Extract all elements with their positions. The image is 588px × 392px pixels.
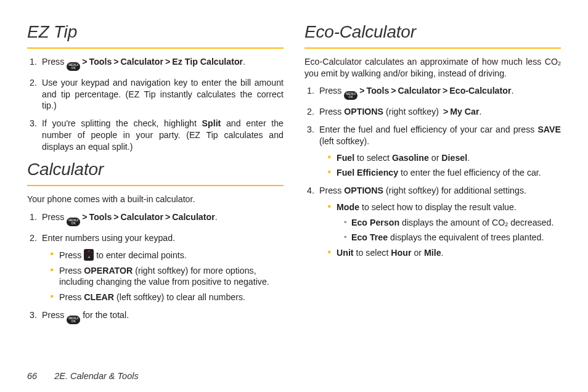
label-clear: CLEAR	[84, 292, 114, 302]
menu-ok-key-icon: MENU/OK	[67, 62, 80, 71]
step-number: 3.	[307, 124, 314, 136]
sub-list: Fuel to select Gasoline or Diesel. Fuel …	[319, 152, 561, 179]
heading-ez-tip: EZ Tip	[27, 21, 284, 44]
label-fuel: Fuel	[337, 153, 354, 163]
label-gasoline: Gasoline	[392, 153, 429, 163]
path-calculator-2: Calculator	[172, 212, 214, 222]
label-operator: OPERATOR	[84, 266, 133, 276]
chevron-right-icon: >	[165, 212, 170, 222]
step-number: 2.	[30, 232, 37, 244]
text: .	[243, 57, 245, 67]
text: Press	[319, 186, 344, 195]
path-ez-tip: Ez Tip Calculator	[172, 57, 243, 67]
chevron-right-icon: >	[82, 212, 87, 222]
text: to select how to display the result valu…	[359, 202, 517, 212]
list-item: Unit to select Hour or Mile.	[330, 247, 561, 259]
calculator-lead: Your phone comes with a built-in calcula…	[27, 194, 284, 205]
path-calculator: Calculator	[121, 212, 163, 222]
label-split: Split	[202, 118, 221, 128]
text: Press	[59, 266, 84, 276]
text: .	[215, 212, 218, 222]
list-item: 1. Press MENU/OK>Tools>Calculator>Eco-Ca…	[304, 85, 561, 100]
list-item: 2. Enter numbers using your keypad. Pres…	[27, 232, 284, 303]
text: Press	[319, 107, 344, 116]
label-eco-tree: Eco Tree	[351, 232, 388, 242]
eztip-steps: 1. Press MENU/OK>Tools>Calculator>Ez Tip…	[27, 56, 284, 152]
text: Press	[59, 292, 84, 302]
page-body: EZ Tip 1. Press MENU/OK>Tools>Calculator…	[0, 0, 588, 365]
sub-list: Mode to select how to display the result…	[319, 202, 561, 259]
step-number: 2.	[30, 77, 37, 89]
chevron-right-icon: >	[165, 57, 170, 67]
text: Press	[59, 250, 84, 260]
text: .	[480, 107, 482, 116]
menu-ok-key-icon: MENU/OK	[67, 316, 80, 324]
list-item: Press OPERATOR (right softkey) for more …	[53, 265, 284, 288]
list-item: 1. Press MENU/OK>Tools>Calculator>Ez Tip…	[27, 56, 284, 71]
text: you emit by walking and/or biking, inste…	[304, 68, 507, 78]
label-hour: Hour	[391, 248, 411, 258]
sub-list: Press to enter decimal points. Press OPE…	[42, 249, 284, 303]
label-mode: Mode	[337, 202, 359, 212]
text: (right softkey) for additional settings.	[383, 186, 526, 195]
label-save: SAVE	[537, 125, 561, 134]
text: to select	[354, 153, 392, 163]
list-item: Press to enter decimal points.	[53, 249, 284, 261]
chevron-right-icon: >	[82, 57, 87, 67]
heading-eco-calculator: Eco-Calculator	[304, 21, 561, 44]
step-number: 1.	[307, 85, 314, 97]
path-calculator: Calculator	[121, 57, 163, 67]
list-item: 3. If you're splitting the check, highli…	[27, 118, 284, 152]
text: (right softkey)	[383, 107, 441, 116]
text: .	[441, 248, 444, 258]
path-calculator: Calculator	[398, 86, 441, 96]
heading-rule	[27, 47, 284, 49]
eco-lead: Eco-Calculator calculates an approximate…	[304, 56, 561, 79]
eco-steps: 1. Press MENU/OK>Tools>Calculator>Eco-Ca…	[304, 85, 561, 258]
step-number: 2.	[307, 106, 314, 118]
chevron-right-icon: >	[113, 212, 118, 222]
text: for the total.	[80, 310, 129, 320]
text: displays the equivalent of trees planted…	[388, 232, 544, 242]
list-item: 1. Press MENU/OK>Tools>Calculator>Calcul…	[27, 211, 284, 226]
text: Press	[319, 86, 344, 96]
calculator-steps: 1. Press MENU/OK>Tools>Calculator>Calcul…	[27, 211, 284, 324]
text: If you're splitting the check, highlight	[42, 118, 202, 128]
list-item: Fuel Efficiency to enter the fuel effici…	[330, 167, 561, 179]
list-item: 2. Press OPTIONS (right softkey) >My Car…	[304, 106, 561, 118]
list-item: Fuel to select Gasoline or Diesel.	[330, 152, 561, 164]
text: Use your keypad and navigation key to en…	[42, 78, 284, 110]
heading-calculator: Calculator	[27, 158, 284, 181]
text: Enter numbers using your keypad.	[42, 233, 175, 243]
text: Press	[42, 212, 67, 222]
text: (left softkey).	[319, 136, 369, 146]
chevron-right-icon: >	[113, 57, 118, 67]
text: or	[429, 153, 442, 163]
left-column: EZ Tip 1. Press MENU/OK>Tools>Calculator…	[27, 21, 284, 355]
step-number: 3.	[30, 309, 37, 321]
text: to select	[354, 248, 391, 258]
label-options: OPTIONS	[344, 186, 383, 195]
chevron-right-icon: >	[359, 86, 364, 96]
label-mile: Mile	[424, 248, 441, 258]
step-number: 1.	[30, 56, 37, 68]
list-item: Eco Person displays the amount of CO2 de…	[345, 217, 561, 229]
text: Enter the fuel and fuel efficiency of yo…	[319, 125, 537, 134]
right-column: Eco-Calculator Eco-Calculator calculates…	[304, 21, 561, 355]
step-number: 4.	[307, 185, 314, 197]
label-unit: Unit	[337, 248, 354, 258]
label-eco-person: Eco Person	[351, 218, 399, 227]
text: displays the amount of CO	[399, 218, 505, 227]
page-footer: 66 2E. Calendar & Tools	[27, 371, 139, 381]
text: to enter the fuel efficiency of the car.	[398, 168, 541, 178]
label-options: OPTIONS	[344, 107, 383, 116]
list-item: Eco Tree displays the equivalent of tree…	[345, 232, 561, 243]
path-eco-calculator: Eco-Calculator	[449, 86, 511, 96]
text: or	[411, 248, 424, 258]
path-tools: Tools	[367, 86, 390, 96]
step-number: 1.	[30, 211, 37, 223]
list-item: 3. Press MENU/OK for the total.	[27, 309, 284, 324]
text: to enter decimal points.	[94, 250, 187, 260]
menu-ok-key-icon: MENU/OK	[344, 91, 357, 100]
subscript-2: 2	[558, 60, 561, 67]
